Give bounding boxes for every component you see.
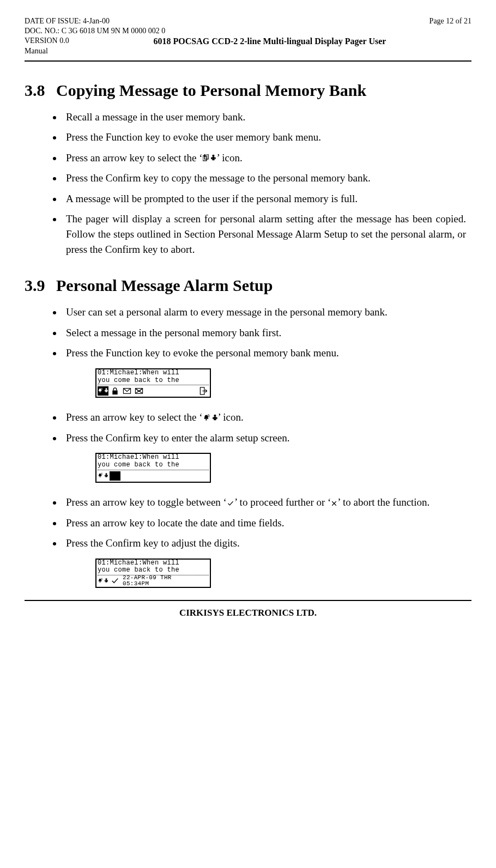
lcd-screen: 01:Michael:When will you come back to th… (95, 559, 211, 588)
header-manual: Manual (25, 46, 123, 56)
footer-rule (25, 600, 471, 601)
header-version-block: VERSION 0.0 Manual (25, 36, 123, 56)
copy-person-icon (203, 154, 217, 163)
header-left: DATE OF ISSUE: 4-Jan-00 DOC. NO.: C 3G 6… (25, 16, 165, 36)
list-item: Select a message in the personal memory … (63, 325, 471, 341)
lcd-line2: you come back to the (96, 567, 210, 574)
list-item-text-post: ’ icon. (218, 411, 244, 423)
alarm-person-icon (203, 414, 218, 423)
header-rule (25, 60, 471, 62)
check-icon (227, 500, 234, 507)
sec39-list-c: Press an arrow key to toggle between ‘’ … (63, 495, 471, 551)
page-header-row2: VERSION 0.0 Manual 6018 POCSAG CCD-2 2-l… (25, 36, 471, 56)
secnum-3-8: 3.8 (25, 81, 56, 100)
list-item: Press the Confirm key to adjust the digi… (63, 536, 471, 551)
sec39-list-a: User can set a personal alarm to every m… (63, 305, 471, 361)
list-item-text-mid: ’ to proceed further or ‘ (234, 496, 331, 508)
list-item-text-pre: Press an arrow key to toggle between ‘ (66, 496, 227, 508)
mail-icon (122, 386, 132, 396)
header-page: Page 12 of 21 (430, 16, 471, 26)
header-date: DATE OF ISSUE: 4-Jan-00 (25, 16, 165, 26)
lcd-iconrow (96, 470, 210, 482)
list-item: Press an arrow key to toggle between ‘’ … (63, 495, 471, 510)
lcd-time-line: 05:34PM (123, 581, 172, 587)
check-icon (110, 576, 120, 586)
list-item: User can set a personal alarm to every m… (63, 305, 471, 320)
list-item: Press the Function key to evoke the pers… (63, 345, 471, 361)
lcd-line1: 01:Michael:When will (96, 454, 210, 462)
header-title: 6018 POCSAG CCD-2 2-line Multi-lingual D… (123, 36, 417, 56)
list-item: Press the Confirm key to copy the messag… (63, 171, 471, 186)
lcd-screen: 01:Michael:When will you come back to th… (95, 368, 211, 398)
header-right: Page 12 of 21 (430, 16, 471, 36)
lcd-figure-1: 01:Michael:When will you come back to th… (95, 368, 471, 398)
mail-delete-icon (134, 386, 144, 396)
lcd-iconrow: 22-APR-09 THR 05:34PM (96, 575, 210, 587)
lcd-figure-3: 01:Michael:When will you come back to th… (95, 559, 471, 588)
alarm-person-icon (98, 576, 108, 586)
footer-company: CIRKISYS ELECTRONICS LTD. (25, 608, 471, 618)
alarm-person-icon (98, 386, 108, 396)
lcd-figure-2: 01:Michael:When will you come back to th… (95, 453, 471, 483)
secnum-3-9: 3.9 (25, 276, 56, 295)
list-item-text-post: ’ icon. (217, 152, 243, 163)
lcd-line1: 01:Michael:When will (96, 369, 210, 377)
lcd-iconrow (96, 385, 210, 397)
sectitle-3-9: Personal Message Alarm Setup (56, 276, 273, 294)
list-item: The pager will display a screen for pers… (63, 211, 471, 257)
page-header: DATE OF ISSUE: 4-Jan-00 DOC. NO.: C 3G 6… (25, 16, 471, 36)
header-version: VERSION 0.0 (25, 36, 123, 46)
list-item: Press the Function key to evoke the user… (63, 130, 471, 145)
header-docno: DOC. NO.: C 3G 6018 UM 9N M 0000 002 0 (25, 26, 165, 36)
lcd-line2: you come back to the (96, 377, 210, 385)
sec38-list: Recall a message in the user memory bank… (63, 110, 471, 257)
x-icon (331, 500, 337, 507)
lcd-screen: 01:Michael:When will you come back to th… (95, 453, 211, 483)
list-item: A message will be prompted to the user i… (63, 191, 471, 207)
lock-icon (110, 386, 120, 396)
alarm-person-icon (98, 471, 108, 481)
exit-icon (198, 386, 209, 396)
list-item-text-pre: Press an arrow key to select the ‘ (66, 152, 203, 163)
list-item-text-pre: Press an arrow key to select the ‘ (66, 411, 203, 423)
section-3-9-heading: 3.9Personal Message Alarm Setup (25, 276, 471, 295)
section-3-8-heading: 3.8Copying Message to Personal Memory Ba… (25, 81, 471, 100)
list-item: Press an arrow key to locate the date an… (63, 515, 471, 531)
lcd-line2: you come back to the (96, 462, 210, 469)
list-item-text-post: ’ to abort the function. (337, 496, 430, 508)
sec39-list-b: Press an arrow key to select the ‘’ icon… (63, 410, 471, 445)
lcd-datetime: 22-APR-09 THR 05:34PM (122, 575, 172, 587)
list-item: Recall a message in the user memory bank… (63, 110, 471, 125)
lcd-line1: 01:Michael:When will (96, 560, 210, 567)
x-icon (110, 471, 120, 481)
sectitle-3-8: Copying Message to Personal Memory Bank (56, 81, 366, 99)
list-item: Press the Confirm key to enter the alarm… (63, 430, 471, 446)
list-item: Press an arrow key to select the ‘’ icon… (63, 410, 471, 425)
list-item: Press an arrow key to select the ‘’ icon… (63, 150, 471, 166)
